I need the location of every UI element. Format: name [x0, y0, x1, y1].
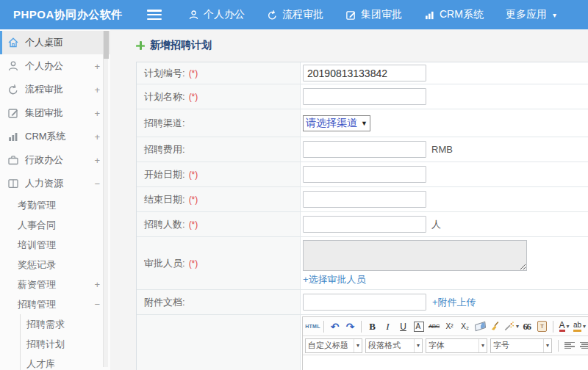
nav-crm-system[interactable]: CRM系统	[424, 8, 484, 21]
required-mark: (*)	[189, 195, 198, 205]
home-icon	[7, 37, 19, 48]
currency-suffix: RMB	[431, 144, 453, 155]
form-row-channel: 招聘渠道: 请选择渠道 ▼	[137, 109, 588, 137]
bold-button[interactable]: B	[365, 319, 380, 334]
sidebar-item-recruitment[interactable]: 招聘管理−	[0, 294, 110, 314]
form-row-editor: HTML ↶ ↷ B I U A ABC X²	[137, 315, 588, 370]
book-icon	[7, 178, 19, 189]
redo-icon[interactable]: ↷	[343, 319, 358, 334]
form-row-end-date: 结束日期: (*)	[137, 187, 588, 212]
sidebar-item-personal-desktop[interactable]: 个人桌面	[0, 31, 110, 54]
border-text-button[interactable]: A	[414, 322, 424, 332]
paragraph-format-select[interactable]: 段落格式▾	[365, 338, 423, 353]
select-caret-icon: ▾	[414, 339, 420, 352]
top-bar: PHPOA协同办公软件 个人办公 流程审批 集团审批 CRM系统 更多应用 ▾	[0, 0, 588, 29]
magic-wand-icon[interactable]: ▾	[503, 319, 519, 334]
sidebar-item-recruit-demand[interactable]: 招聘需求	[21, 314, 110, 334]
html-source-button[interactable]: HTML	[305, 319, 320, 334]
required-mark: (*)	[189, 170, 198, 180]
sidebar-item-attendance[interactable]: 考勤管理	[0, 195, 110, 215]
select-caret-icon: ▼	[361, 120, 368, 127]
field-label: 招聘人数:	[144, 218, 185, 231]
paste-as-text-icon[interactable]: T	[534, 319, 550, 334]
sidebar-item-training[interactable]: 培训管理	[0, 235, 110, 255]
format-brush-icon[interactable]	[488, 319, 503, 334]
nav-more-apps[interactable]: 更多应用 ▾	[506, 8, 556, 21]
app-window: PHPOA协同办公软件 个人办公 流程审批 集团审批 CRM系统 更多应用 ▾	[0, 0, 588, 370]
required-mark: (*)	[189, 220, 198, 230]
sidebar-item-personal-office[interactable]: 个人办公 +	[0, 54, 110, 78]
sidebar-scrollbar[interactable]	[103, 31, 108, 367]
form-row-start-date: 开始日期: (*)	[137, 162, 588, 187]
sidebar-item-hr-contract[interactable]: 人事合同	[0, 215, 110, 235]
field-label: 招聘费用:	[144, 143, 185, 156]
menu-icon[interactable]	[147, 10, 162, 20]
sidebar: 个人桌面 个人办公 + 流程审批 + 集团审批 + CRM系统 +	[0, 29, 110, 370]
top-nav: 个人办公 流程审批 集团审批 CRM系统 更多应用 ▾	[188, 8, 578, 21]
field-label: 计划编号:	[144, 67, 185, 80]
field-label: 开始日期:	[144, 168, 185, 181]
sidebar-item-recruit-plan[interactable]: 招聘计划	[21, 334, 110, 354]
required-mark: (*)	[189, 258, 198, 269]
sidebar-item-group-approval[interactable]: 集团审批 +	[0, 101, 110, 125]
expand-plus-icon[interactable]: +	[94, 131, 100, 142]
nav-personal-office[interactable]: 个人办公	[188, 8, 245, 21]
select-caret-icon: ▾	[354, 339, 359, 352]
expand-plus-icon[interactable]: +	[94, 61, 100, 72]
field-label: 招聘渠道:	[144, 117, 185, 130]
plan-no-input[interactable]	[303, 65, 426, 81]
font-family-select[interactable]: 字体▾	[426, 338, 487, 353]
hr-submenu: 考勤管理 人事合同 培训管理 奖惩记录 薪资管理+ 招聘管理− 招聘需求 招聘计…	[0, 195, 110, 370]
eraser-icon[interactable]	[473, 319, 488, 334]
align-center-icon[interactable]	[577, 338, 588, 353]
field-label: 计划名称:	[144, 90, 185, 104]
custom-heading-select[interactable]: 自定义标题▾	[305, 338, 362, 353]
sidebar-item-hr[interactable]: 人力资源 −	[0, 172, 110, 195]
end-date-input[interactable]	[303, 191, 426, 208]
align-left-icon[interactable]	[562, 338, 577, 353]
editor-toolbar-row1: HTML ↶ ↷ B I U A ABC X²	[303, 317, 588, 336]
font-color-button[interactable]: A▾	[556, 319, 572, 334]
plus-icon	[136, 41, 145, 50]
font-size-select[interactable]: 字号▾	[490, 338, 552, 353]
underline-button[interactable]: U	[395, 319, 411, 334]
nav-workflow-approval[interactable]: 流程审批	[267, 8, 323, 21]
blockquote-button[interactable]: 66	[519, 319, 534, 334]
collapse-minus-icon[interactable]: −	[94, 299, 100, 310]
select-approver-link[interactable]: +选择审批人员	[303, 273, 366, 286]
undo-icon[interactable]: ↶	[327, 319, 343, 334]
approver-textarea[interactable]	[303, 240, 527, 271]
scrollbar-thumb[interactable]	[104, 31, 109, 59]
plan-name-input[interactable]	[303, 88, 426, 105]
headcount-input[interactable]	[303, 216, 426, 233]
start-date-input[interactable]	[303, 166, 426, 183]
attachment-input[interactable]	[303, 294, 426, 311]
undo-arrow-icon	[7, 84, 19, 95]
strikethrough-button[interactable]: ABC	[426, 319, 442, 334]
nav-group-approval[interactable]: 集团审批	[345, 8, 402, 21]
editor-content-area[interactable]	[303, 355, 588, 370]
sidebar-item-workflow-approval[interactable]: 流程审批 +	[0, 78, 110, 101]
sidebar-item-talent-pool[interactable]: 人才库	[21, 354, 110, 370]
required-mark: (*)	[189, 68, 198, 79]
collapse-minus-icon[interactable]: −	[94, 178, 100, 189]
expand-plus-icon[interactable]: +	[94, 108, 100, 119]
form-row-plan-no: 计划编号: (*)	[137, 62, 588, 84]
expand-plus-icon[interactable]: +	[94, 84, 100, 95]
highlight-color-button[interactable]: ab▾	[572, 319, 587, 334]
expand-plus-icon[interactable]: +	[94, 279, 100, 290]
sidebar-item-admin-office[interactable]: 行政办公 +	[0, 148, 110, 172]
fee-input[interactable]	[303, 141, 426, 158]
italic-button[interactable]: I	[380, 319, 395, 334]
required-mark: (*)	[189, 92, 198, 102]
sidebar-item-rewards[interactable]: 奖惩记录	[0, 255, 110, 275]
expand-plus-icon[interactable]: +	[94, 155, 100, 166]
field-label: 附件文档:	[144, 296, 185, 309]
sidebar-item-crm-system[interactable]: CRM系统 +	[0, 125, 110, 148]
subscript-button[interactable]: X₂	[457, 319, 473, 334]
channel-select[interactable]: 请选择渠道 ▼	[303, 115, 370, 131]
superscript-button[interactable]: X²	[442, 319, 457, 334]
sidebar-item-salary[interactable]: 薪资管理+	[0, 275, 110, 294]
field-label: 审批人员:	[144, 257, 185, 270]
attachment-upload-link[interactable]: +附件上传	[432, 296, 476, 309]
